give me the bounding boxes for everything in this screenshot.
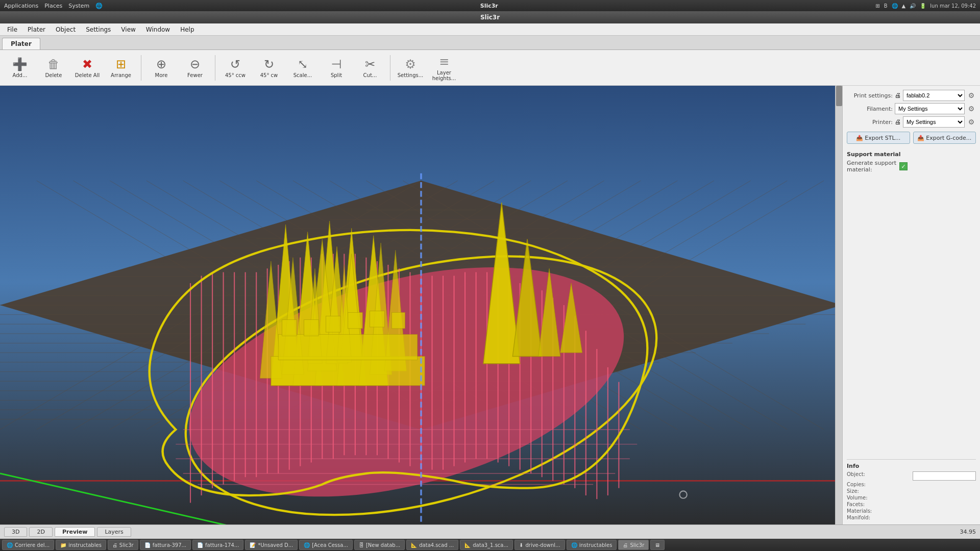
more-button[interactable]: ⊕ More — [145, 52, 177, 84]
instructables-2-icon: 🌐 — [571, 542, 577, 548]
facets-value — [913, 502, 976, 507]
corriere-label: Corriere del... — [15, 542, 50, 548]
scale-button[interactable]: ⤡ Scale... — [287, 52, 318, 84]
taskbar-desktop[interactable]: 🖥 — [650, 540, 665, 550]
generate-support-checkbox[interactable]: ✓ — [899, 162, 908, 170]
menu-object[interactable]: Object — [51, 25, 81, 34]
object-input[interactable] — [913, 471, 976, 481]
menu-plater[interactable]: Plater — [22, 25, 51, 34]
taskbar-corriere[interactable]: 🌐 Corriere del... — [2, 540, 54, 550]
more-label: More — [155, 72, 168, 78]
cut-button[interactable]: ✂ Cut... — [354, 52, 386, 84]
rotate-ccw-button[interactable]: ↺ 45° ccw — [219, 52, 251, 84]
arrange-button[interactable]: ⊞ Arrange — [105, 52, 137, 84]
scale-icon: ⤡ — [298, 57, 308, 71]
menu-settings[interactable]: Settings — [81, 25, 116, 34]
rotate-cw-button[interactable]: ↻ 45° cw — [253, 52, 285, 84]
export-gcode-label: Export G-code... — [926, 135, 971, 141]
bluetooth-icon: B — [884, 3, 888, 9]
svg-rect-117 — [348, 312, 363, 329]
svg-rect-113 — [278, 334, 418, 360]
chrome-icon: 🌐 — [892, 3, 898, 9]
instructables-2-label: instructables — [579, 542, 612, 548]
print-settings-row: Print settings: 🖨 fablab0.2 ⚙ — [847, 90, 976, 101]
globe-icon: 🌐 — [95, 3, 103, 9]
taskbar-database[interactable]: 🗄 [New datab... — [354, 540, 405, 550]
export-stl-button[interactable]: 📤 Export STL... — [847, 132, 910, 144]
svg-rect-119 — [392, 312, 405, 329]
drive-icon: ⬇ — [519, 542, 523, 548]
add-button[interactable]: ➕ Add... — [4, 52, 36, 84]
taskbar-acea[interactable]: 🌐 [Acea Cessa... — [299, 540, 353, 550]
taskbar-drive[interactable]: ⬇ drive-downl... — [514, 540, 565, 550]
app-menu-places[interactable]: Places — [44, 3, 62, 9]
acea-icon: 🌐 — [304, 542, 310, 548]
taskbar-unsaved[interactable]: 📝 *Unsaved D... — [245, 540, 298, 550]
menu-help[interactable]: Help — [175, 25, 199, 34]
tab-2d[interactable]: 2D — [29, 527, 52, 537]
support-material-title: Support material — [847, 151, 976, 158]
arrange-label: Arrange — [111, 72, 131, 78]
object-label: Object: — [847, 471, 911, 481]
add-label: Add... — [13, 72, 28, 78]
export-gcode-button[interactable]: 📤 Export G-code... — [913, 132, 976, 144]
taskbar-slic3r-1[interactable]: 🖨 Slic3r — [108, 540, 138, 550]
layer-heights-button[interactable]: ≡ Layer heights... — [428, 52, 460, 84]
delete-icon: 🗑 — [47, 57, 60, 71]
printer-row: Printer: 🖨 My Settings ⚙ — [847, 116, 976, 128]
taskbar-fattura-174[interactable]: 📄 fattura-174... — [192, 540, 243, 550]
materials-label: Materials: — [847, 508, 911, 514]
fattura-397-label: fattura-397... — [153, 542, 186, 548]
toolbar-sep-2 — [215, 55, 215, 81]
settings-button[interactable]: ⚙ Settings... — [395, 52, 426, 84]
viewport-scrollbar[interactable] — [835, 86, 842, 524]
materials-value — [913, 508, 976, 514]
taskbar-instructables-1[interactable]: 📁 instructables — [56, 540, 106, 550]
print-settings-gear-icon[interactable]: ⚙ — [967, 91, 976, 100]
delete-button[interactable]: 🗑 Delete — [38, 52, 69, 84]
plater-tab[interactable]: Plater — [2, 38, 40, 49]
viewport-scrollbar-thumb[interactable] — [836, 86, 842, 106]
filament-select[interactable]: My Settings — [895, 103, 965, 114]
viewport[interactable] — [0, 86, 842, 524]
rotate-cw-icon: ↻ — [264, 57, 274, 71]
bottom-tab-bar: 3D 2D Preview Layers 34.95 — [0, 524, 980, 539]
volume-value — [913, 495, 976, 500]
settings-label: Settings... — [398, 72, 424, 78]
print-settings-label: Print settings: — [847, 92, 893, 99]
tab-3d[interactable]: 3D — [4, 527, 27, 537]
delete-all-button[interactable]: ✖ Delete All — [71, 52, 103, 84]
menu-window[interactable]: Window — [141, 25, 175, 34]
taskbar-data4[interactable]: 📐 data4.scad ... — [406, 540, 458, 550]
taskbar: 🌐 Corriere del... 📁 instructables 🖨 Slic… — [0, 539, 980, 551]
app-title: Slic3r — [480, 14, 500, 21]
tab-preview[interactable]: Preview — [55, 527, 95, 537]
taskbar-fattura-397[interactable]: 📄 fattura-397... — [140, 540, 191, 550]
corriere-icon: 🌐 — [7, 542, 13, 548]
add-icon: ➕ — [12, 57, 28, 71]
taskbar-instructables-2[interactable]: 🌐 instructables — [567, 540, 617, 550]
print-settings-select[interactable]: fablab0.2 — [903, 90, 965, 101]
app-menu-system[interactable]: System — [68, 3, 89, 9]
app-menu-applications[interactable]: Applications — [4, 3, 38, 9]
split-button[interactable]: ⊣ Split — [321, 52, 352, 84]
split-icon: ⊣ — [331, 57, 342, 71]
printer-select[interactable]: My Settings — [903, 116, 965, 128]
menu-file[interactable]: File — [2, 25, 22, 34]
taskbar-data3[interactable]: 📐 data3_1.sca... — [460, 540, 513, 550]
fewer-icon: ⊖ — [190, 57, 200, 71]
fewer-button[interactable]: ⊖ Fewer — [179, 52, 211, 84]
tab-layers[interactable]: Layers — [97, 527, 131, 537]
battery-icon: 🔋 — [920, 3, 926, 9]
menu-view[interactable]: View — [116, 25, 140, 34]
arrange-icon: ⊞ — [116, 57, 126, 71]
filament-gear-icon[interactable]: ⚙ — [967, 104, 976, 113]
printer-gear-icon[interactable]: ⚙ — [967, 117, 976, 127]
layer-indicator: 34.95 — [960, 529, 976, 535]
volume-label: Volume: — [847, 495, 911, 500]
split-label: Split — [331, 72, 342, 78]
spacer — [847, 175, 976, 459]
taskbar-slic3r-2[interactable]: 🖨 Slic3r — [618, 540, 649, 550]
viewport-canvas — [0, 86, 842, 524]
size-value — [913, 488, 976, 494]
